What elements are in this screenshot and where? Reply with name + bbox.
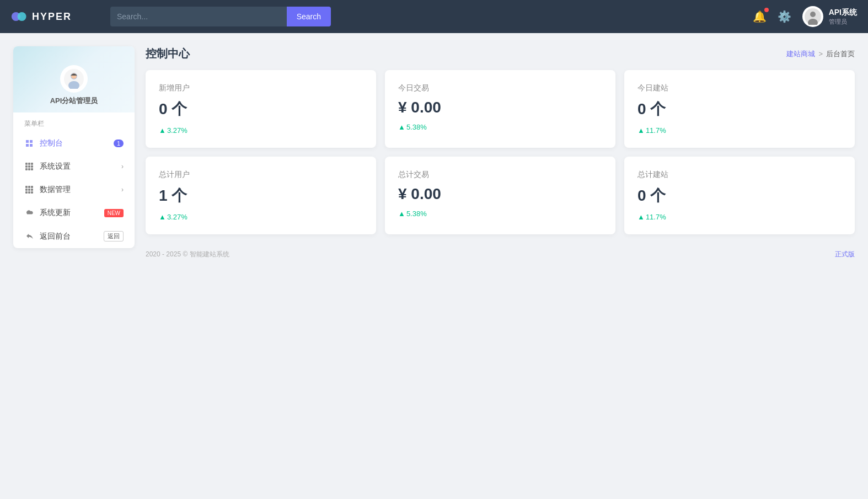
trend-arrow-total-users: ▲ <box>159 213 166 221</box>
notification-bell[interactable]: 🔔 <box>753 10 767 23</box>
sidebar-header: API分站管理员 <box>13 46 135 112</box>
stat-trend-today-sites: ▲11.7% <box>637 126 842 135</box>
user-area[interactable]: API系统 管理员 <box>802 6 857 27</box>
trend-arrow-new-users: ▲ <box>159 126 166 135</box>
sidebar: API分站管理员 菜单栏 控制台 1 系统设置 › <box>13 46 135 248</box>
stats-grid: 新增用户 0 个 ▲3.27% 今日交易 ¥ 0.00 ▲5.38% 今日建站 … <box>146 70 855 234</box>
sidebar-item-return-frontend[interactable]: 返回前台 返回 <box>13 224 135 248</box>
stat-label-today-sites: 今日建站 <box>637 83 842 93</box>
system-settings-icon <box>24 162 34 171</box>
user-role: 管理员 <box>829 18 857 26</box>
stat-card-total-users: 总计用户 1 个 ▲3.27% <box>146 157 376 234</box>
return-icon <box>24 232 34 242</box>
return-badge: 返回 <box>104 231 124 242</box>
svg-rect-17 <box>31 168 33 170</box>
stat-label-total-trades: 总计交易 <box>398 170 602 180</box>
chevron-right-icon: › <box>121 163 124 170</box>
search-area: Search <box>110 7 331 26</box>
user-info: API系统 管理员 <box>829 8 857 26</box>
breadcrumb-current: 后台首页 <box>826 49 855 59</box>
logo-text: HYPER <box>32 11 72 23</box>
svg-rect-14 <box>31 165 33 168</box>
sidebar-username: API分站管理员 <box>50 96 98 106</box>
svg-rect-11 <box>31 163 33 165</box>
stat-label-total-users: 总计用户 <box>159 170 363 180</box>
dashboard-badge: 1 <box>114 139 124 147</box>
stat-value-new-users: 0 个 <box>159 99 363 120</box>
svg-rect-16 <box>28 168 30 170</box>
footer-copyright: 2020 - 2025 © 智能建站系统 <box>146 250 229 259</box>
sidebar-item-system-update[interactable]: 系统更新 NEW <box>13 201 135 224</box>
user-avatar <box>802 6 823 27</box>
breadcrumb-link[interactable]: 建站商城 <box>786 49 815 59</box>
svg-rect-23 <box>31 189 33 191</box>
breadcrumb-row: 控制中心 建站商城 > 后台首页 <box>146 46 855 61</box>
breadcrumb: 建站商城 > 后台首页 <box>786 49 855 59</box>
data-management-icon <box>24 185 34 195</box>
sidebar-item-data-management[interactable]: 数据管理 › <box>13 178 135 201</box>
svg-rect-15 <box>25 168 28 170</box>
sidebar-item-label-system-update: 系统更新 <box>40 208 99 218</box>
content-area: 控制中心 建站商城 > 后台首页 新增用户 0 个 ▲3.27% 今日交易 ¥ … <box>146 46 855 486</box>
stat-label-today-trades: 今日交易 <box>398 83 602 93</box>
stat-trend-today-trades: ▲5.38% <box>398 123 602 131</box>
svg-rect-13 <box>28 165 30 168</box>
stat-trend-new-users: ▲3.27% <box>159 126 363 135</box>
logo-area: HYPER <box>11 11 99 23</box>
svg-rect-25 <box>28 191 30 194</box>
menu-label: 菜单栏 <box>13 112 135 132</box>
stat-label-new-users: 新增用户 <box>159 83 363 93</box>
stat-trend-total-sites: ▲11.7% <box>637 213 842 221</box>
footer-version: 正式版 <box>835 250 855 259</box>
stat-value-today-sites: 0 个 <box>637 99 842 120</box>
sidebar-item-system-settings[interactable]: 系统设置 › <box>13 155 135 178</box>
topnav: HYPER Search 🔔 ⚙️ API系统 管理员 <box>0 0 868 33</box>
svg-rect-21 <box>25 189 28 191</box>
sidebar-item-label-data-management: 数据管理 <box>40 185 116 195</box>
logo-icon <box>11 12 29 22</box>
bell-icon: 🔔 <box>753 10 767 23</box>
breadcrumb-separator: > <box>818 50 823 58</box>
dashboard-icon <box>24 138 34 148</box>
trend-arrow-total-sites: ▲ <box>637 213 645 221</box>
stat-value-total-users: 1 个 <box>159 185 363 206</box>
svg-point-3 <box>810 12 816 17</box>
stat-card-total-sites: 总计建站 0 个 ▲11.7% <box>624 157 855 234</box>
stat-card-new-users: 新增用户 0 个 ▲3.27% <box>146 70 376 148</box>
trend-arrow-today-trades: ▲ <box>398 123 405 131</box>
svg-rect-20 <box>31 186 33 188</box>
search-input[interactable] <box>110 7 287 26</box>
svg-rect-26 <box>31 191 33 194</box>
stat-value-today-trades: ¥ 0.00 <box>398 99 602 116</box>
stat-trend-total-trades: ▲5.38% <box>398 210 602 218</box>
sidebar-item-label-return-frontend: 返回前台 <box>40 232 98 242</box>
settings-icon[interactable]: ⚙️ <box>778 10 791 23</box>
svg-rect-19 <box>28 186 30 188</box>
svg-rect-9 <box>25 163 28 165</box>
stat-value-total-trades: ¥ 0.00 <box>398 185 602 203</box>
svg-rect-18 <box>25 186 28 188</box>
svg-rect-10 <box>28 163 30 165</box>
avatar-icon <box>805 8 821 25</box>
footer: 2020 - 2025 © 智能建站系统 正式版 <box>146 243 855 259</box>
page-title: 控制中心 <box>146 46 190 61</box>
stat-card-total-trades: 总计交易 ¥ 0.00 ▲5.38% <box>385 157 615 234</box>
topnav-right: 🔔 ⚙️ API系统 管理员 <box>753 6 857 27</box>
sidebar-item-dashboard[interactable]: 控制台 1 <box>13 132 135 155</box>
new-badge: NEW <box>104 209 124 217</box>
main-layout: API分站管理员 菜单栏 控制台 1 系统设置 › <box>0 33 868 499</box>
user-name: API系统 <box>829 8 857 18</box>
search-button[interactable]: Search <box>287 7 331 26</box>
trend-arrow-today-sites: ▲ <box>637 126 645 135</box>
stat-card-today-trades: 今日交易 ¥ 0.00 ▲5.38% <box>385 70 615 148</box>
trend-arrow-total-trades: ▲ <box>398 210 405 218</box>
sidebar-avatar <box>60 65 88 93</box>
svg-rect-24 <box>25 191 28 194</box>
notification-badge <box>764 8 769 12</box>
sidebar-avatar-icon <box>64 69 84 89</box>
svg-rect-22 <box>28 189 30 191</box>
svg-point-1 <box>18 12 26 21</box>
stat-value-total-sites: 0 个 <box>637 185 842 206</box>
sidebar-item-label-dashboard: 控制台 <box>40 138 108 148</box>
stat-trend-total-users: ▲3.27% <box>159 213 363 221</box>
